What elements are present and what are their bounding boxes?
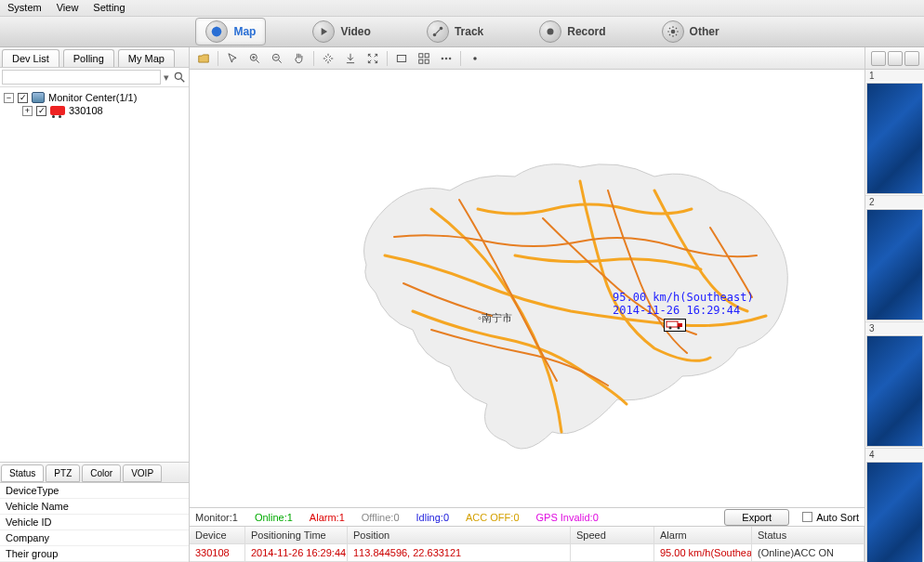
- svg-point-20: [442, 58, 443, 59]
- download-icon[interactable]: [342, 50, 359, 67]
- svg-point-27: [678, 327, 680, 330]
- col-speed[interactable]: Speed: [571, 527, 654, 544]
- checkbox[interactable]: ✓: [18, 93, 28, 103]
- status-gps: GPS Invalid:0: [536, 512, 599, 523]
- col-alarm[interactable]: Alarm: [654, 527, 752, 544]
- zoom-in-icon[interactable]: [246, 50, 263, 67]
- pointer-icon[interactable]: [224, 50, 241, 67]
- auto-sort-checkbox[interactable]: Auto Sort: [802, 512, 859, 523]
- nav-record-label: Record: [567, 25, 605, 38]
- thumb-2[interactable]: 2: [865, 196, 924, 322]
- svg-rect-24: [667, 321, 678, 327]
- col-device[interactable]: Device: [190, 527, 245, 544]
- checkbox-icon[interactable]: [802, 512, 812, 522]
- status-alarm: Alarm:1: [310, 512, 345, 523]
- menu-system[interactable]: System: [7, 2, 42, 14]
- video-thumbs: 1 2 3 4: [865, 70, 924, 562]
- cell-alarm: 95.00 km/h(Southeast Over Speed: [654, 544, 752, 562]
- collapse-icon[interactable]: −: [4, 93, 14, 103]
- svg-point-22: [449, 58, 451, 59]
- panel-btn-1[interactable]: [871, 51, 886, 66]
- expand-icon[interactable]: [364, 50, 381, 67]
- device-search-input[interactable]: [2, 70, 161, 85]
- toolbar-separator: [218, 51, 218, 66]
- device-search-row: ▾: [0, 68, 189, 87]
- record-icon: [539, 20, 561, 43]
- nav-other-label: Other: [690, 25, 719, 38]
- search-dropdown-icon[interactable]: ▾: [161, 72, 172, 84]
- panel-btn-2[interactable]: [888, 51, 903, 66]
- cell-time: 2014-11-26 16:29:44: [245, 544, 348, 562]
- tab-voip[interactable]: VOIP: [123, 464, 162, 482]
- info-vehicle-id: Vehicle ID: [0, 515, 189, 530]
- pan-icon[interactable]: [291, 50, 308, 67]
- thumb-4[interactable]: 4: [865, 449, 924, 562]
- status-accoff: ACC OFF:0: [466, 512, 519, 523]
- left-tabs: Dev List Polling My Map: [0, 47, 189, 68]
- zoom-out-icon[interactable]: [269, 50, 285, 67]
- nav-record[interactable]: Record: [530, 19, 614, 45]
- open-icon[interactable]: [195, 50, 212, 67]
- tab-my-map[interactable]: My Map: [118, 49, 175, 67]
- svg-point-5: [670, 30, 675, 34]
- panel-btn-3[interactable]: [904, 51, 919, 66]
- tree-device-330108[interactable]: + ✓ 330108: [22, 104, 185, 117]
- device-grid: Device Positioning Time Position Speed A…: [190, 526, 865, 562]
- tree-root[interactable]: − ✓ Monitor Center(1/1): [4, 91, 185, 104]
- info-group: Their group: [0, 546, 189, 562]
- info-vehicle-name: Vehicle Name: [0, 499, 189, 515]
- nav-track-label: Track: [455, 25, 483, 38]
- svg-point-6: [175, 72, 181, 79]
- more-icon[interactable]: [438, 50, 455, 67]
- tree-root-label: Monitor Center(1/1): [48, 92, 137, 103]
- tab-ptz[interactable]: PTZ: [46, 464, 80, 482]
- status-online: Online:1: [255, 512, 293, 523]
- checkbox[interactable]: ✓: [36, 106, 46, 116]
- search-icon[interactable]: [172, 70, 187, 85]
- thumb-3[interactable]: 3: [865, 322, 924, 449]
- col-position[interactable]: Position: [348, 527, 571, 544]
- menu-setting[interactable]: Setting: [93, 2, 125, 14]
- thumb-image: [866, 83, 923, 194]
- tab-color[interactable]: Color: [82, 464, 121, 482]
- rect-icon[interactable]: [393, 50, 410, 67]
- table-row[interactable]: 330108 2014-11-26 16:29:44 113.844596, 2…: [190, 544, 865, 562]
- svg-point-26: [669, 327, 672, 330]
- export-button[interactable]: Export: [724, 509, 789, 526]
- nav-other[interactable]: Other: [653, 19, 729, 45]
- status-offline: Offline:0: [362, 512, 400, 523]
- tab-status[interactable]: Status: [1, 464, 44, 482]
- toolbar-separator: [460, 51, 461, 66]
- grid-icon[interactable]: [416, 50, 432, 67]
- folder-icon: [32, 92, 45, 103]
- center-panel: ◦南宁市 95.00 km/h(Southeast) 2014-11-26 16…: [190, 47, 865, 562]
- nav-video[interactable]: Video: [303, 19, 379, 45]
- menu-view[interactable]: View: [57, 2, 79, 14]
- svg-rect-17: [425, 53, 429, 57]
- vehicle-marker[interactable]: [664, 319, 686, 332]
- expand-icon[interactable]: +: [22, 106, 33, 116]
- thumb-label: 1: [865, 70, 924, 82]
- gear-icon: [662, 20, 684, 43]
- status-idling: Idling:0: [416, 512, 449, 523]
- center-icon[interactable]: [320, 50, 337, 67]
- auto-sort-label: Auto Sort: [816, 512, 859, 523]
- thumb-label: 2: [865, 196, 924, 208]
- svg-point-21: [445, 58, 447, 59]
- left-bottom-tabs: Status PTZ Color VOIP: [0, 462, 189, 482]
- cell-status: (Online)ACC ON: [752, 544, 865, 562]
- nav-map[interactable]: Map: [195, 18, 266, 46]
- col-time[interactable]: Positioning Time: [245, 527, 348, 544]
- map-canvas[interactable]: ◦南宁市 95.00 km/h(Southeast) 2014-11-26 16…: [190, 70, 865, 507]
- nav-track[interactable]: Track: [417, 19, 493, 45]
- svg-line-13: [279, 59, 282, 62]
- thumb-image: [866, 335, 923, 447]
- svg-rect-19: [425, 59, 429, 63]
- dot-icon[interactable]: [467, 50, 483, 67]
- col-status[interactable]: Status: [752, 527, 865, 544]
- thumb-1[interactable]: 1: [865, 70, 924, 196]
- svg-point-23: [473, 57, 477, 60]
- tab-dev-list[interactable]: Dev List: [2, 49, 59, 67]
- left-panel: Dev List Polling My Map ▾ − ✓ Monitor Ce…: [0, 47, 190, 562]
- tab-polling[interactable]: Polling: [63, 49, 114, 67]
